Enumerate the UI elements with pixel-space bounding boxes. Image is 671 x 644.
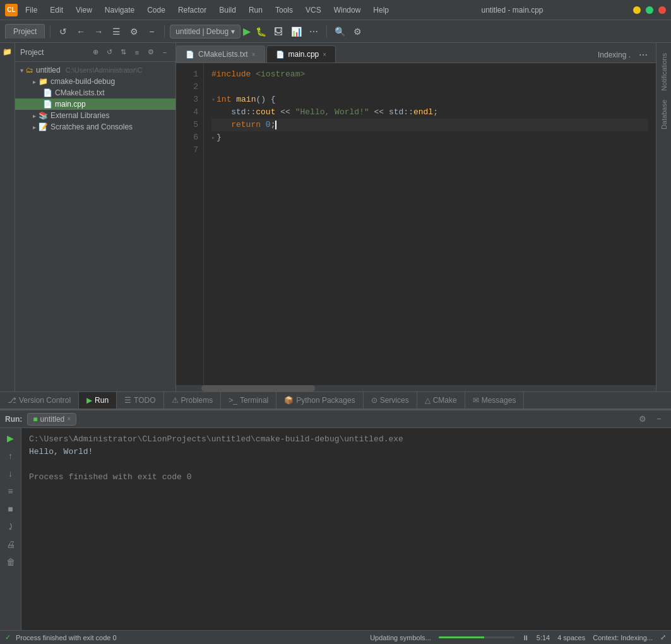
toolbar-forward-button[interactable]: →	[91, 24, 106, 39]
toolbar-sync-button[interactable]: ↺	[56, 24, 71, 39]
toolbar-tab-project[interactable]: Project	[5, 24, 45, 39]
btab-version-control[interactable]: ⎇ Version Control	[0, 392, 79, 408]
btab-terminal[interactable]: >_ Terminal	[221, 392, 276, 408]
project-filter-button[interactable]: ≡	[131, 47, 143, 58]
menu-run[interactable]: Run	[246, 4, 265, 16]
project-sort-button[interactable]: ⇅	[117, 47, 129, 58]
menu-file[interactable]: File	[23, 4, 40, 16]
run-tab-untitled[interactable]: ■ untitled ×	[27, 413, 76, 426]
status-expand-icon[interactable]: ⤢	[660, 633, 666, 641]
menu-edit[interactable]: Edit	[47, 4, 66, 16]
run-scroll-bottom-btn[interactable]: ↓	[3, 466, 18, 481]
status-cursor-pos[interactable]: 5:14	[537, 634, 550, 641]
toolbar-coverage-button[interactable]: ⛾	[271, 24, 286, 39]
project-add-button[interactable]: ⊕	[90, 47, 101, 58]
main-tab-close[interactable]: ×	[323, 51, 326, 58]
editor-tab-main[interactable]: 📄 main.cpp ×	[266, 45, 336, 63]
tree-arrow-root: ▾	[20, 67, 23, 74]
run-tab-close[interactable]: ×	[67, 415, 71, 422]
project-collapse-button[interactable]: −	[159, 47, 170, 58]
run-config-dropdown[interactable]: untitled | Debug ▾	[170, 25, 240, 39]
editor-tab-cmake[interactable]: 📄 CMakeLists.txt ×	[176, 45, 265, 63]
run-wrap-btn[interactable]: ⤸	[3, 519, 18, 534]
maximize-button[interactable]	[646, 6, 653, 14]
menu-bar[interactable]: File Edit View Navigate Code Refactor Bu…	[23, 4, 391, 16]
code-line-6: ▸}	[211, 131, 648, 144]
toolbar-settings-button[interactable]: ⚙	[126, 24, 141, 39]
run-settings-button[interactable]: ⚙	[636, 412, 650, 426]
tree-item-scratches[interactable]: ▸ 📝 Scratches and Consoles	[15, 121, 175, 133]
status-progress-fill	[439, 636, 484, 638]
line-num-4: 4	[176, 106, 203, 119]
line-num-2: 2	[176, 81, 203, 93]
menu-help[interactable]: Help	[371, 4, 391, 16]
menu-code[interactable]: Code	[145, 4, 168, 16]
chevron-down-icon: ▾	[231, 27, 235, 36]
run-stop-btn[interactable]: ■	[3, 501, 18, 516]
run-icon: ▶	[86, 396, 92, 405]
menu-tools[interactable]: Tools	[273, 4, 295, 16]
status-indent[interactable]: 4 spaces	[557, 634, 585, 641]
code-line-2	[211, 81, 648, 93]
btab-python-packages[interactable]: 📦 Python Packages	[276, 392, 363, 408]
btab-run[interactable]: ▶ Run	[79, 392, 117, 408]
tree-item-cmakelists[interactable]: 📄 CMakeLists.txt	[15, 87, 175, 98]
database-panel-button[interactable]: Database	[660, 100, 668, 131]
toolbar-settings2-button[interactable]: ⚙	[350, 24, 365, 39]
minimize-button[interactable]	[633, 6, 641, 14]
project-sync-button[interactable]: ↺	[104, 47, 115, 58]
btab-messages[interactable]: ✉ Messages	[465, 392, 525, 408]
editor-tabs-menu-button[interactable]: ⋯	[636, 47, 651, 63]
code-line-7	[211, 144, 648, 157]
menu-window[interactable]: Window	[331, 4, 364, 16]
terminal-icon: >_	[229, 396, 237, 405]
toolbar-back-button[interactable]: ←	[73, 24, 88, 39]
messages-icon: ✉	[473, 396, 479, 405]
toolbar-minus-button[interactable]: −	[144, 24, 159, 39]
line-num-5: 5	[176, 119, 203, 131]
menu-view[interactable]: View	[73, 4, 95, 16]
run-print-btn[interactable]: 🖨	[3, 537, 18, 552]
run-scroll-top-btn[interactable]: ↑	[3, 448, 18, 463]
notifications-panel-button[interactable]: Notifications	[659, 48, 669, 96]
editor-horizontal-scrollbar[interactable]	[176, 385, 656, 391]
menu-refactor[interactable]: Refactor	[175, 4, 209, 16]
tree-label-scratches: Scratches and Consoles	[50, 122, 133, 131]
cmake-tab-close[interactable]: ×	[252, 51, 256, 58]
btab-cmake[interactable]: △ CMake	[417, 392, 465, 408]
project-settings-button[interactable]: ⚙	[145, 47, 157, 58]
menu-build[interactable]: Build	[217, 4, 239, 16]
tree-label-root: untitled	[36, 66, 61, 75]
tree-item-ext-libs[interactable]: ▸ 📚 External Libraries	[15, 110, 175, 121]
menu-vcs[interactable]: VCS	[303, 4, 324, 16]
toolbar-more-button[interactable]: ⋯	[306, 24, 321, 39]
run-trash-btn[interactable]: 🗑	[3, 554, 18, 569]
tree-arrow-ext-libs: ▸	[33, 112, 36, 119]
services-icon: ⊙	[371, 396, 377, 405]
toolbar-list-button[interactable]: ☰	[109, 24, 124, 39]
run-play-btn[interactable]: ▶	[3, 431, 18, 446]
project-tree: ▾ 🗂 untitled C:\Users\Administrator\C ▸ …	[15, 62, 175, 391]
btab-services[interactable]: ⊙ Services	[364, 392, 417, 408]
tree-item-root[interactable]: ▾ 🗂 untitled C:\Users\Administrator\C	[15, 64, 175, 76]
project-icon[interactable]: 📁	[1, 45, 14, 58]
tree-item-maincpp[interactable]: 📄 main.cpp	[15, 98, 175, 110]
btab-problems[interactable]: ⚠ Problems	[164, 392, 222, 408]
window-controls[interactable]	[633, 6, 666, 14]
toolbar-profile-button[interactable]: 📊	[288, 24, 304, 39]
run-play-button[interactable]: ▶	[243, 25, 251, 37]
run-close-button[interactable]: −	[652, 412, 666, 426]
toolbar-search-button[interactable]: 🔍	[332, 24, 347, 39]
run-debug-button[interactable]: 🐛	[253, 24, 268, 39]
app-logo: CL	[5, 4, 18, 16]
tree-item-cmake-build[interactable]: ▸ 📁 cmake-build-debug	[15, 76, 175, 87]
btab-todo[interactable]: ☰ TODO	[117, 392, 163, 408]
line-num-7: 7	[176, 144, 203, 157]
run-filter-btn[interactable]: ≡	[3, 484, 18, 499]
code-content[interactable]: #include <iostream> ▾int main() { std::c…	[204, 63, 656, 385]
code-editor[interactable]: 1 2 3 4 5 6 7 #include <iostream> ▾int m…	[176, 63, 656, 385]
menu-navigate[interactable]: Navigate	[102, 4, 137, 16]
close-button[interactable]	[658, 6, 666, 14]
editor-scroll-thumb[interactable]	[201, 385, 315, 391]
run-output-exit: Process finished with exit code 0	[29, 471, 663, 484]
